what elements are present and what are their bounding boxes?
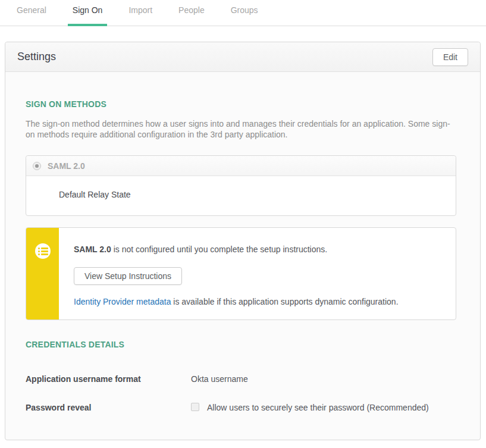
saml-method-header: SAML 2.0 bbox=[26, 156, 456, 176]
tab-people[interactable]: People bbox=[174, 0, 209, 26]
tab-general[interactable]: General bbox=[12, 0, 51, 26]
edit-button[interactable]: Edit bbox=[432, 48, 468, 66]
notice-message: SAML 2.0 is not configured until you com… bbox=[74, 245, 399, 254]
password-reveal-row: Password reveal Allow users to securely … bbox=[26, 403, 456, 440]
notice-yellow-strip bbox=[26, 228, 59, 319]
default-relay-state-label: Default Relay State bbox=[26, 176, 456, 215]
saml-radio-button[interactable] bbox=[33, 162, 41, 170]
tab-import[interactable]: Import bbox=[124, 0, 157, 26]
password-reveal-checkbox-label: Allow users to securely see their passwo… bbox=[207, 403, 429, 412]
notice-content: SAML 2.0 is not configured until you com… bbox=[59, 228, 410, 319]
notice-metadata-line: Identity Provider metadata is available … bbox=[74, 297, 399, 306]
identity-provider-metadata-link[interactable]: Identity Provider metadata bbox=[74, 297, 171, 306]
app-tab-bar: General Sign On Import People Groups bbox=[0, 0, 486, 26]
settings-card: Settings Edit SIGN ON METHODS The sign-o… bbox=[5, 42, 481, 440]
application-username-format-value: Okta username bbox=[191, 374, 248, 384]
setup-notice-banner: SAML 2.0 is not configured until you com… bbox=[26, 227, 456, 320]
password-reveal-checkbox[interactable] bbox=[191, 403, 199, 411]
sign-on-methods-description: The sign-on method determines how a user… bbox=[26, 118, 456, 140]
notice-message-text: is not configured until you complete the… bbox=[111, 245, 327, 254]
sign-on-methods-heading: SIGN ON METHODS bbox=[26, 72, 456, 109]
page-title: Settings bbox=[17, 51, 56, 63]
setup-instructions-list-icon bbox=[35, 243, 51, 259]
saml-method-label: SAML 2.0 bbox=[48, 161, 85, 171]
credentials-details-heading: CREDENTIALS DETAILS bbox=[26, 320, 456, 349]
notice-metadata-suffix: is available if this application support… bbox=[171, 297, 398, 306]
tab-sign-on[interactable]: Sign On bbox=[68, 0, 108, 26]
view-setup-instructions-button[interactable]: View Setup Instructions bbox=[74, 267, 182, 285]
notice-message-bold: SAML 2.0 bbox=[74, 245, 111, 254]
application-username-format-label: Application username format bbox=[26, 374, 191, 384]
settings-card-body: SIGN ON METHODS The sign-on method deter… bbox=[5, 72, 480, 440]
application-username-format-row: Application username format Okta usernam… bbox=[26, 374, 456, 384]
saml-method-box: SAML 2.0 Default Relay State bbox=[26, 155, 456, 216]
settings-card-header: Settings Edit bbox=[5, 42, 480, 72]
password-reveal-label: Password reveal bbox=[26, 403, 191, 412]
tab-groups[interactable]: Groups bbox=[226, 0, 263, 26]
